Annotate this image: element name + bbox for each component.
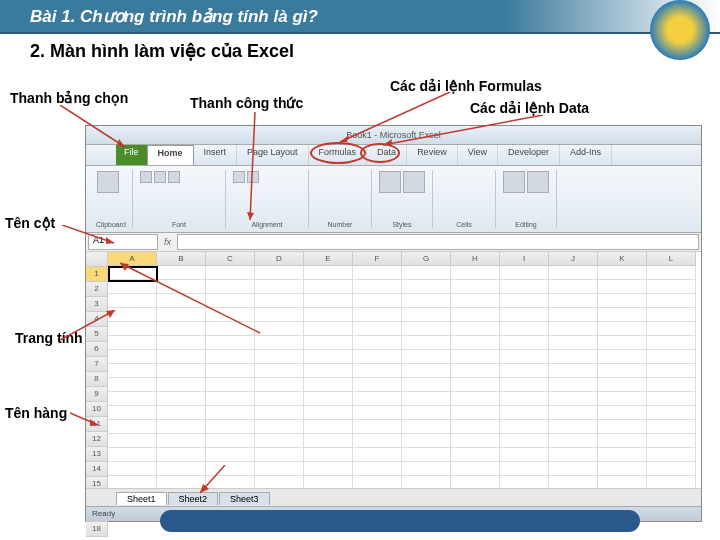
col-header[interactable]: F	[353, 252, 402, 266]
arrow-ten-hang	[70, 395, 105, 430]
row-header[interactable]: 12	[86, 432, 108, 447]
align-icon[interactable]	[233, 171, 245, 183]
svg-line-2	[250, 112, 255, 220]
paste-icon[interactable]	[97, 171, 119, 193]
ribbon: Clipboard Font Alignment Number Styles C…	[86, 166, 701, 233]
label-ten-cot: Tên cột	[5, 215, 55, 231]
italic-icon[interactable]	[154, 171, 166, 183]
tab-insert[interactable]: Insert	[194, 145, 238, 165]
ribbon-group-cells: Cells	[433, 170, 496, 228]
styles-icon[interactable]	[379, 171, 401, 193]
arrow-ten-cot	[62, 225, 122, 250]
sheet-tabs: Sheet1 Sheet2 Sheet3	[86, 488, 701, 507]
arrow-thanh-cong-thuc	[245, 112, 265, 227]
sort-icon[interactable]	[527, 171, 549, 193]
svg-marker-3	[247, 212, 254, 220]
svg-line-14	[120, 263, 260, 333]
col-header[interactable]: I	[500, 252, 549, 266]
label-dai-lenh-data: Các dải lệnh Data	[470, 100, 589, 116]
row-header[interactable]: 18	[86, 522, 108, 537]
logo-icon	[650, 0, 710, 60]
label-thanh-cong-thuc: Thanh công thức	[190, 95, 303, 111]
fx-icon[interactable]: fx	[164, 237, 171, 247]
svg-marker-13	[90, 419, 98, 426]
col-header[interactable]: J	[549, 252, 598, 266]
tab-addins[interactable]: Add-Ins	[560, 145, 612, 165]
formula-bar-row: A1 fx	[86, 233, 701, 252]
row-header[interactable]: 14	[86, 462, 108, 477]
row-header[interactable]: 1	[86, 267, 108, 282]
oval-data	[360, 143, 400, 163]
col-header[interactable]: H	[451, 252, 500, 266]
title-bar: Bài 1. Chương trình bảng tính là gì?	[0, 0, 720, 34]
arrow-o-tinh	[115, 258, 265, 338]
arrow-trang-tinh	[60, 310, 120, 350]
svg-line-0	[60, 105, 125, 147]
row-header[interactable]: 8	[86, 372, 108, 387]
label-ten-hang: Tên hàng	[5, 405, 67, 421]
arrow-ten-trang-tinh	[195, 465, 235, 500]
ribbon-group-styles: Styles	[372, 170, 433, 228]
svg-line-6	[383, 115, 543, 145]
svg-line-10	[60, 310, 115, 340]
row-header[interactable]: 7	[86, 357, 108, 372]
ribbon-group-alignment: Alignment	[226, 170, 309, 228]
arrow-thanh-bang-chon	[55, 105, 135, 155]
arrow-data	[378, 115, 548, 150]
select-all[interactable]	[86, 252, 108, 267]
label-thanh-bang-chon: Thanh bảng chọn	[10, 90, 128, 106]
col-header[interactable]: K	[598, 252, 647, 266]
svg-marker-9	[106, 237, 114, 244]
formula-bar[interactable]	[177, 234, 699, 250]
section-subtitle: 2. Màn hình làm việc của Excel	[0, 34, 720, 68]
ribbon-group-clipboard: Clipboard	[90, 170, 133, 228]
svg-marker-5	[340, 135, 349, 142]
sum-icon[interactable]	[503, 171, 525, 193]
ribbon-group-editing: Editing	[496, 170, 557, 228]
oval-formulas	[310, 142, 366, 164]
col-header[interactable]: G	[402, 252, 451, 266]
sheet-tab[interactable]: Sheet1	[116, 492, 167, 505]
svg-marker-1	[117, 139, 125, 147]
ribbon-group-number: Number	[309, 170, 372, 228]
col-header[interactable]: L	[647, 252, 696, 266]
underline-icon[interactable]	[168, 171, 180, 183]
lesson-title: Bài 1. Chương trình bảng tính là gì?	[30, 6, 318, 27]
ribbon-group-font: Font	[133, 170, 226, 228]
row-header[interactable]: 13	[86, 447, 108, 462]
footer-bar	[160, 510, 640, 532]
bold-icon[interactable]	[140, 171, 152, 183]
row-header[interactable]: 2	[86, 282, 108, 297]
format-icon[interactable]	[403, 171, 425, 193]
tab-home[interactable]: Home	[147, 145, 194, 165]
col-header[interactable]: E	[304, 252, 353, 266]
